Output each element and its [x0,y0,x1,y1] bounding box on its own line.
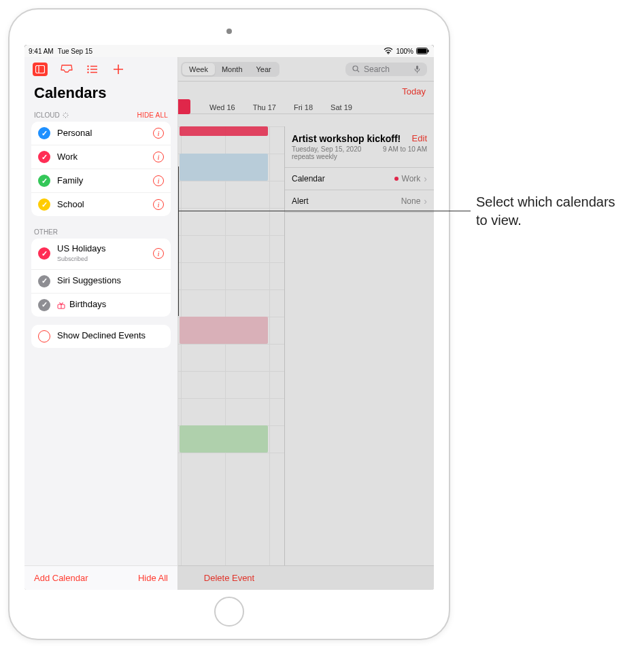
add-calendar-button[interactable]: Add Calendar [34,573,88,583]
refresh-spinner-icon [63,112,69,118]
view-mode-week[interactable]: Week [182,63,215,75]
screen: 9:41 AM Tue Sep 15 100% Week [24,45,434,590]
edit-button[interactable]: Edit [412,133,427,143]
icloud-calendar-list: Personal i Work i Family i [31,122,171,216]
checkbox-icon[interactable] [38,247,50,260]
delete-event-button[interactable]: Delete Event [204,573,254,583]
sidebar-bottom-toolbar: Add Calendar Hide All [24,565,177,590]
info-icon[interactable]: i [153,199,164,210]
sidebar-toggle-icon[interactable] [33,63,48,76]
calendar-row-birthdays[interactable]: Birthdays [31,294,171,317]
ipad-device-frame: 9:41 AM Tue Sep 15 100% Week [8,8,450,640]
view-mode-month[interactable]: Month [215,63,250,75]
wifi-icon [384,48,393,54]
calendar-row-siri[interactable]: Siri Suggestions [31,270,171,294]
row-value: None [401,196,421,206]
callout-connector [178,211,471,211]
svg-point-13 [87,71,88,73]
event-detail-panel: Artist workshop kickoff! Edit Tuesday, S… [284,126,434,565]
section-header-icloud: ICLOUD HIDE ALL [24,107,177,122]
svg-point-4 [353,66,358,71]
calendars-sidebar: Calendars ICLOUD HIDE ALL Personal [24,57,178,590]
calendar-row-personal[interactable]: Personal i [31,122,171,145]
show-declined-row[interactable]: Show Declined Events [31,325,171,348]
checkbox-icon[interactable] [38,175,50,187]
checkbox-icon[interactable] [38,330,50,342]
svg-rect-2 [418,49,427,54]
event-repeat: repeats weekly [285,153,434,168]
chevron-right-icon: › [424,173,427,184]
svg-line-22 [67,116,67,117]
calendar-sublabel: Subscribed [57,256,88,262]
checkbox-icon[interactable] [38,275,50,287]
event-alert-row[interactable]: Alert None› [285,190,434,213]
calendar-label: Personal [57,128,146,138]
day-header[interactable]: Wed 16 [209,103,235,111]
list-icon[interactable] [86,63,99,76]
today-button[interactable]: Today [402,86,426,96]
svg-rect-6 [416,65,418,69]
svg-point-0 [388,53,390,54]
search-placeholder: Search [364,65,390,74]
event-block[interactable] [180,126,268,136]
info-icon[interactable]: i [153,175,164,186]
camera-dot [226,29,232,34]
sidebar-toolbar [24,57,177,82]
svg-line-21 [63,113,64,114]
calendar-row-work[interactable]: Work i [31,145,171,169]
calendar-label: US Holidays Subscribed [57,244,146,264]
info-icon[interactable]: i [153,248,164,259]
info-icon[interactable]: i [153,128,164,139]
calendar-row-family[interactable]: Family i [31,169,171,193]
battery-percent: 100% [396,48,413,55]
option-label: Show Declined Events [57,331,164,340]
home-button[interactable] [214,597,244,627]
hide-all-button[interactable]: HIDE ALL [137,111,168,119]
search-field[interactable]: Search [345,63,427,76]
status-bar: 9:41 AM Tue Sep 15 100% [24,45,434,57]
view-mode-segmented[interactable]: Week Month Year [181,62,279,77]
checkbox-icon[interactable] [38,299,50,311]
svg-line-23 [63,116,64,117]
row-label: Alert [292,196,309,206]
calendar-label: Work [57,152,146,162]
svg-line-5 [357,70,359,72]
event-block[interactable] [180,425,268,453]
callout-connector [178,166,179,316]
calendar-label: School [57,200,146,209]
event-calendar-row[interactable]: Calendar Work› [285,168,434,190]
calendar-label: Siri Suggestions [57,276,164,285]
calendar-label: Birthdays [69,300,164,309]
add-icon[interactable] [112,63,125,76]
checkbox-icon[interactable] [38,127,50,139]
day-header[interactable]: Sat 19 [331,103,352,111]
mic-icon[interactable] [414,65,420,73]
callout-label: Select which calendars to view. [476,193,626,230]
event-time: 9 AM to 10 AM [383,145,427,153]
day-header[interactable]: Thu 17 [253,103,276,111]
event-block[interactable] [180,317,268,344]
view-mode-year[interactable]: Year [250,63,278,75]
checkbox-icon[interactable] [38,151,50,163]
status-time: 9:41 AM [29,48,54,55]
calendar-row-school[interactable]: School i [31,193,171,216]
hide-all-bottom-button[interactable]: Hide All [138,573,168,583]
info-icon[interactable]: i [153,152,164,162]
section-label: OTHER [34,228,58,236]
svg-line-24 [67,113,67,114]
calendar-color-dot [394,177,399,181]
calendar-row-us-holidays[interactable]: US Holidays Subscribed i [31,239,171,270]
svg-point-11 [87,69,88,70]
app-content: Week Month Year Search [24,57,434,590]
checkbox-icon[interactable] [38,198,50,211]
inbox-icon[interactable] [60,63,73,76]
event-block[interactable] [180,154,268,181]
row-value: Work [402,174,421,183]
event-date: Tuesday, Sep 15, 2020 [292,145,361,153]
battery-icon [416,48,430,54]
svg-rect-7 [36,66,45,73]
event-title: Artist workshop kickoff! [292,133,401,144]
chevron-right-icon: › [424,196,427,207]
day-header[interactable]: Fri 18 [294,103,313,111]
search-icon [352,65,360,73]
